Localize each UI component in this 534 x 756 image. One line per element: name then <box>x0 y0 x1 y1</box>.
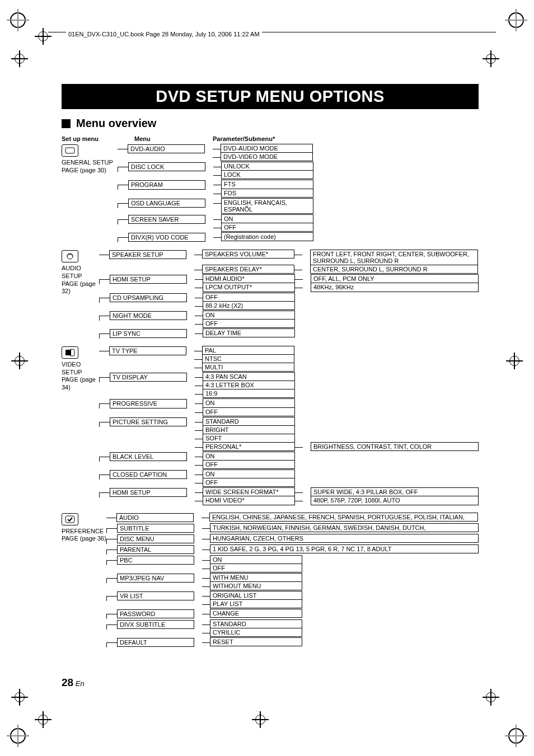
connector <box>195 306 203 307</box>
connector <box>195 412 203 413</box>
param-column: ONOFF <box>195 399 295 416</box>
menu-block: CD UPSAMPLINGOFF88.2 kHz (X2) <box>99 293 479 310</box>
menu-block: HDMI SETUPHDMI AUDIO*OFF, ALL, PCM ONLYL… <box>99 275 479 292</box>
connector <box>202 518 209 518</box>
connector <box>202 550 210 550</box>
param-row: CYRILLIC <box>202 628 302 637</box>
param-row: SPEAKERS DELAY*CENTER, SURROUND L, SURRO… <box>194 265 478 274</box>
param-row: HUNGARIAN, CZECH, OTHERS <box>202 534 479 543</box>
menu-block: CLOSED CAPTIONONOFF <box>99 470 479 487</box>
param-row: PERSONAL*BRIGHTNESS, CONTRAST, TINT, COL… <box>195 443 479 451</box>
param-row: TURKISH, NORWEGIAN, FINNISH, GERMAN, SWE… <box>202 524 479 532</box>
param-item: ON <box>221 214 313 223</box>
param-row: STANDARD <box>202 620 302 628</box>
param-column: ONOFF <box>213 215 313 232</box>
audio-icon <box>62 250 78 262</box>
connector <box>99 255 109 260</box>
connector <box>213 149 221 149</box>
param-row: ON <box>213 215 313 223</box>
connector <box>295 279 303 280</box>
connector <box>195 465 203 466</box>
param-column: UNLOCKLOCK <box>213 162 313 179</box>
param-item: 4:3 LETTER BOX <box>203 381 295 389</box>
param-row: ON <box>202 556 302 564</box>
menu-block: TV TYPEPALNTSCMULTI <box>99 346 479 372</box>
connector <box>99 457 110 462</box>
param-item: TURKISH, NORWEGIAN, FINNISH, GERMAN, SWE… <box>210 523 479 532</box>
param-item: LPCM OUTPUT* <box>203 283 295 292</box>
param-row: OFF <box>195 293 295 302</box>
param-column: OFF88.2 kHz (X2) <box>195 293 295 310</box>
menu-block: MP3/JPEG NAVWITH MENUWITHOUT MENU <box>106 574 479 590</box>
param-item: (Registration code) <box>221 232 313 241</box>
connector <box>295 447 303 448</box>
crop-mark <box>506 353 523 369</box>
param-row: OFF <box>202 564 302 572</box>
connector <box>202 642 210 643</box>
menu-block: DISC LOCKUNLOCKLOCK <box>118 162 479 179</box>
param-row: FTS <box>213 180 313 189</box>
connector <box>202 560 210 561</box>
menu-item: SCREEN SAVER <box>128 215 205 224</box>
menu-block: PARENTAL1 KID SAFE, 2 G, 3 PG, 4 PG 13, … <box>106 545 479 555</box>
crop-mark <box>35 28 51 45</box>
param-item: BRIGHT <box>203 425 295 434</box>
param-item: OFF <box>203 319 295 328</box>
param-row: ON <box>195 311 295 320</box>
connector <box>202 539 210 539</box>
param-row: STANDARD <box>195 417 479 426</box>
connector <box>202 596 210 597</box>
col-parameter: Parameter/Submenu* <box>213 135 479 142</box>
param-row: HDMI VIDEO*480P, 576P, 720P, 1080I, AUTO <box>195 496 479 505</box>
connector <box>202 586 210 587</box>
menu-block: DISC MENUHUNGARIAN, CZECH, OTHERS <box>106 534 479 544</box>
param-item: ON <box>210 555 302 564</box>
crop-mark <box>252 711 269 728</box>
param-item: OFF <box>203 293 295 302</box>
menu-item: PASSWORD <box>117 609 194 618</box>
param-column: WIDE SCREEN FORMAT*SUPER WIDE, 4:3 PILLA… <box>195 488 479 505</box>
param-column: ORIGINAL LISTPLAY LIST <box>202 591 302 608</box>
connector <box>202 578 210 579</box>
menu-item: TV DISPLAY <box>110 373 187 382</box>
param-row: SOFT <box>195 434 479 443</box>
menu-item: DIVX(R) VOD CODE <box>128 233 205 242</box>
connector <box>213 228 221 228</box>
connector <box>195 334 203 334</box>
connector <box>99 403 110 408</box>
connector <box>195 457 203 457</box>
crop-mark <box>483 50 499 67</box>
param-item: 16:9 <box>203 389 295 398</box>
param-column: ENGLISH, FRANÇAIS, ESPANÕL <box>213 199 313 214</box>
connector <box>195 430 203 431</box>
param-row: HDMI AUDIO*OFF, ALL, PCM ONLY <box>195 275 479 283</box>
param-item: ORIGINAL LIST <box>210 591 302 600</box>
menu-item: DISC MENU <box>117 534 194 543</box>
menu-block: TV DISPLAY4:3 PAN SCAN4:3 LETTER BOX16:9 <box>99 373 479 398</box>
connector <box>195 475 203 475</box>
connector <box>99 279 110 284</box>
param-row: NTSC <box>194 355 294 363</box>
param-row: WITH MENU <box>202 574 302 582</box>
menu-block: DIVX SUBTITLESTANDARDCYRILLIC <box>106 620 479 637</box>
connector <box>213 219 221 220</box>
menu-item: DIVX SUBTITLE <box>117 620 194 629</box>
svg-rect-0 <box>65 148 74 153</box>
param-row: ON <box>195 452 295 461</box>
connector <box>213 185 221 185</box>
param-item: UNLOCK <box>221 162 313 171</box>
param-item: CHANGE <box>210 609 302 618</box>
param-item: ON <box>203 469 295 478</box>
crop-mark <box>11 353 28 369</box>
param-item: ON <box>203 398 295 407</box>
param-item: RESET <box>210 637 302 646</box>
connector <box>118 203 128 208</box>
param-column: DVD-AUDIO MODEDVD-VIDEO MODE <box>213 144 313 161</box>
detail-column: BRIGHTNESS, CONTRAST, TINT, COLOR <box>311 443 479 451</box>
param-item: DELAY TIME <box>203 328 295 337</box>
menu-block: VR LISTORIGINAL LISTPLAY LIST <box>106 591 479 608</box>
connector <box>213 167 221 167</box>
param-item: STANDARD <box>203 417 295 426</box>
menu-item: DEFAULT <box>117 638 194 647</box>
param-row: WIDE SCREEN FORMAT*SUPER WIDE, 4:3 PILLA… <box>195 488 479 496</box>
